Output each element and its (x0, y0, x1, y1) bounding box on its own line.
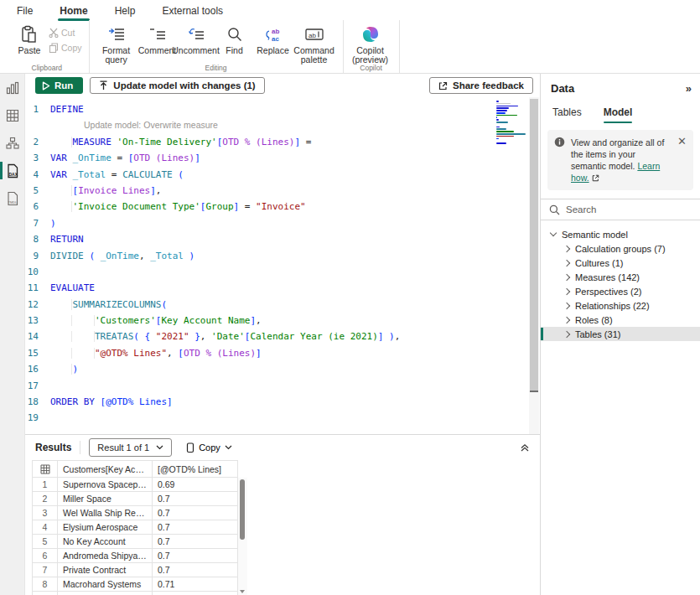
line-number: 14 (25, 329, 50, 344)
replace-button[interactable]: abacReplace (254, 23, 293, 55)
code-line: 2 MEASURE 'On-Time Delivery'[OTD % (Line… (25, 134, 540, 150)
rail-item-tmdl-view[interactable]: TMDL (0, 184, 25, 212)
results-row[interactable]: 4Elysium Aerospace0.7 (33, 520, 238, 535)
find-button[interactable]: Find (215, 23, 254, 55)
divider (80, 441, 80, 454)
tree-item-perspectives-2[interactable]: Perspectives (2) (541, 284, 700, 298)
line-number: 15 (25, 345, 50, 361)
chevron-right-icon[interactable] (563, 245, 570, 251)
tab-tables[interactable]: Tables (552, 106, 582, 123)
collapse-results-icon[interactable] (520, 442, 530, 453)
copilot-icon (361, 24, 380, 44)
command-palette-button[interactable]: abCommand palette (293, 23, 336, 65)
line-number: 12 (25, 297, 50, 313)
chevron-right-icon[interactable] (563, 259, 570, 266)
line-number: 6 (25, 199, 50, 215)
rail-item-report-view[interactable] (0, 74, 25, 101)
share-feedback-button[interactable]: Share feedback (429, 77, 533, 94)
results-row[interactable]: 9Aminu Kano Navy0.71 (33, 592, 238, 595)
update-model-button[interactable]: Update model with changes (1) (90, 77, 264, 94)
editor-scrollbar[interactable] (529, 97, 539, 434)
uncomment-button[interactable]: Uncomment (177, 23, 215, 55)
ribbon-tab-file[interactable]: File (15, 3, 34, 20)
tree-item-calculation-groups-7[interactable]: Calculation groups (7) (541, 241, 700, 256)
data-panel-title: Data (551, 82, 574, 95)
cut-button[interactable]: Cut (49, 26, 82, 39)
main-column: Run Update model with changes (1) Share … (25, 74, 540, 595)
tree-item-measures-142[interactable]: Measures (142) (541, 270, 700, 284)
line-number: 10 (25, 264, 50, 280)
info-icon (554, 137, 565, 184)
code-line: 9DIVIDE ( _OnTime, _Total ) (25, 248, 540, 264)
chevron-right-icon[interactable] (563, 273, 570, 280)
chevron-right-icon[interactable] (563, 330, 570, 337)
ribbon-tab-home[interactable]: Home (58, 3, 89, 20)
results-scrollbar-thumb[interactable] (240, 479, 245, 540)
results-scrollbar[interactable] (238, 478, 247, 595)
copy-results-button[interactable]: Copy (180, 438, 237, 457)
ribbon-tab-help[interactable]: Help (113, 3, 137, 20)
results-row[interactable]: 2Miller Space0.7 (33, 492, 238, 506)
results-col-header: Customers[Key Account... (58, 461, 153, 478)
update-model-label: Update model with changes (1) (113, 80, 255, 91)
ribbon-tab-external-tools[interactable]: External tools (160, 3, 225, 20)
chevron-down-icon[interactable] (550, 230, 557, 236)
tree-item-relationships-22[interactable]: Relationships (22) (541, 298, 700, 313)
powerbi-dax-query-view: FileHomeHelpExternal tools PasteCutCopyC… (0, 0, 700, 595)
tab-model[interactable]: Model (604, 106, 633, 123)
code-line: 18ORDER BY [@OTD% Lines] (25, 394, 540, 410)
code-line: 13 'Customers'[Key Account Name], (25, 313, 540, 329)
close-icon[interactable]: ✕ (677, 137, 687, 184)
chevron-down-icon (225, 445, 232, 450)
tree-item-cultures-1[interactable]: Cultures (1) (541, 256, 700, 270)
code-line: 17 (25, 378, 540, 394)
search-input[interactable] (566, 204, 675, 215)
ribbon-group-clipboard: PasteCutCopyClipboard (5, 20, 90, 73)
tmdl-view-icon: TMDL (6, 191, 19, 206)
copy-button[interactable]: Copy (49, 41, 82, 54)
results-table[interactable]: Customers[Key Account... [@OTD% Lines] 1… (32, 460, 238, 595)
scroll-down-icon[interactable] (240, 590, 245, 593)
results-row[interactable]: 7Private Contract0.7 (33, 563, 238, 577)
results-row[interactable]: 6Andromeda Shipyards0.7 (33, 549, 238, 563)
external-link-icon[interactable] (592, 174, 599, 182)
code-line: 1DEFINE (25, 101, 540, 117)
paste-button[interactable]: Paste (10, 23, 49, 55)
rail-item-dax-query-view[interactable]: DAX (0, 157, 25, 184)
command-palette-icon: ab (305, 24, 324, 44)
editor-scrollbar-thumb[interactable] (530, 99, 538, 392)
rail-item-model-view[interactable] (0, 129, 25, 157)
code-line: 8RETURN (25, 231, 540, 247)
results-row[interactable]: 3Wel Walla Ship Repair0.7 (33, 506, 238, 520)
chevron-right-icon[interactable] (563, 302, 570, 308)
results-row[interactable]: 5No Key Account0.7 (33, 535, 238, 549)
find-icon (227, 24, 242, 44)
code-lines: 1DEFINEUpdate model: Overwrite measure2 … (25, 101, 540, 427)
code-line: 3VAR _OnTime = [OTD (Lines)] (25, 150, 540, 166)
comment-button[interactable]: Comment (138, 23, 177, 55)
replace-icon: abac (265, 24, 282, 44)
dax-code-editor[interactable]: 1DEFINEUpdate model: Overwrite measure2 … (25, 97, 540, 434)
results-header: Results Result 1 of 1 Copy (25, 435, 540, 460)
svg-text:ab: ab (309, 32, 316, 39)
code-line: 7) (25, 215, 540, 231)
results-row[interactable]: 8Macrohard Systems0.71 (33, 577, 238, 592)
rail-item-table-view[interactable] (0, 101, 25, 129)
chevron-right-icon[interactable] (563, 287, 570, 294)
tree-item-roles-8[interactable]: Roles (8) (541, 313, 700, 327)
run-button[interactable]: Run (35, 77, 83, 94)
results-panel: Results Result 1 of 1 Copy (25, 434, 540, 595)
chevron-right-icon[interactable] (563, 316, 570, 323)
grid-icon (33, 461, 58, 478)
editor-minimap[interactable] (496, 101, 526, 147)
tree-root-semantic-model[interactable]: Semantic model (541, 227, 700, 241)
code-line: 14 TREATAS( { "2021" }, 'Date'[Calendar … (25, 329, 540, 344)
results-row[interactable]: 1Supernova Spaceparts0.69 (33, 478, 238, 492)
result-selector-dropdown[interactable]: Result 1 of 1 (89, 438, 172, 457)
format-query-button[interactable]: Format query (95, 23, 138, 65)
copilot-preview--button[interactable]: Copilot (preview) (349, 23, 392, 65)
code-lens[interactable]: Update model: Overwrite measure (25, 117, 540, 133)
collapse-panel-icon[interactable]: » (686, 82, 692, 95)
format-query-icon (108, 24, 125, 44)
tree-item-tables-31[interactable]: Tables (31) (541, 327, 700, 341)
